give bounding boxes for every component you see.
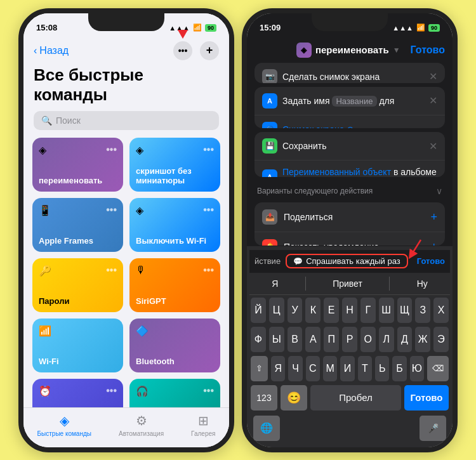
key-д[interactable]: Д	[397, 327, 413, 352]
shortcut-tile[interactable]: 🔑 ••• Пароли	[32, 258, 123, 312]
phone-1: 15:08 ▲▲▲ 📶 90 ‹ Назад •••	[18, 8, 234, 452]
more-icon[interactable]: •••	[203, 144, 214, 155]
tab-gallery[interactable]: ⊞ Галерея	[191, 413, 215, 437]
key-б[interactable]: Б	[392, 356, 406, 381]
emoji-key[interactable]: 😊	[281, 385, 307, 411]
more-icon[interactable]: •••	[203, 265, 214, 276]
key-з[interactable]: З	[415, 298, 430, 323]
key-ф[interactable]: Ф	[251, 327, 266, 352]
more-icon[interactable]: •••	[106, 204, 117, 216]
more-icon[interactable]: •••	[106, 385, 117, 397]
globe-key[interactable]: 🌐	[253, 416, 280, 441]
add-button[interactable]: +	[200, 41, 219, 60]
shortcut-tile-wifi[interactable]: 📶 Wi-Fi	[32, 319, 123, 372]
done-keyboard-button[interactable]: Готово	[404, 385, 449, 411]
tile-top: ◈ •••	[39, 144, 117, 156]
phones-container: 15:08 ▲▲▲ 📶 90 ‹ Назад •••	[12, 2, 464, 459]
tile-top: 🎧 •••	[136, 385, 214, 397]
key-ю[interactable]: Ю	[410, 356, 424, 381]
next-actions-header: Варианты следующего действия ∨	[255, 181, 445, 199]
tile-top: 📱 •••	[39, 204, 117, 216]
key-я[interactable]: Я	[271, 356, 285, 381]
tile-top: 🔷	[136, 325, 214, 337]
tile-label: скриншот без миниатюры	[136, 166, 214, 185]
close-icon[interactable]: ✕	[429, 70, 437, 82]
action-text-save: Сохранить	[282, 141, 424, 151]
shortcut-tile-bluetooth[interactable]: 🔷 Bluetooth	[129, 319, 220, 372]
next-action-share[interactable]: 📤 Поделиться +	[255, 202, 445, 232]
add-share-button[interactable]: +	[430, 211, 437, 224]
tab-automation[interactable]: ⚙ Автоматизация	[119, 413, 164, 437]
mic-key[interactable]: 🎤	[420, 416, 446, 441]
key-т[interactable]: Т	[358, 356, 372, 381]
word-suggest-2[interactable]: Привет	[325, 277, 370, 291]
shortcut-tile[interactable]: ◈ ••• Выключить Wi-Fi	[129, 198, 220, 252]
chevron-left-icon: ‹	[34, 45, 37, 56]
back-button[interactable]: ‹ Назад	[34, 45, 69, 56]
more-icon[interactable]: •••	[203, 204, 214, 216]
key-р[interactable]: Р	[342, 327, 357, 352]
more-icon[interactable]: •••	[203, 385, 214, 397]
key-щ[interactable]: Щ	[397, 298, 413, 323]
tile-top: ◈ •••	[136, 144, 214, 156]
key-л[interactable]: Л	[379, 327, 394, 352]
kb-row-1: Й Ц У К Е Н Г Ш Щ З Х	[251, 298, 449, 323]
key-м[interactable]: М	[323, 356, 337, 381]
key-к[interactable]: К	[305, 298, 321, 323]
shortcut-tile[interactable]: 🎙 ••• SiriGPT	[129, 258, 220, 312]
key-ш[interactable]: Ш	[379, 298, 394, 323]
key-е[interactable]: Е	[324, 298, 339, 323]
keyboard-container: йствие 💬 Спрашивать каждый раз	[247, 246, 453, 447]
tile-icon: 🔑	[39, 265, 51, 277]
key-в[interactable]: В	[288, 327, 303, 352]
shortcuts-tab-icon: ◈	[60, 413, 69, 428]
more-icon[interactable]: •••	[106, 144, 117, 155]
key-а[interactable]: А	[305, 327, 321, 352]
done-button-header[interactable]: Готово	[411, 44, 445, 56]
battery-icon-2: 90	[428, 24, 440, 32]
key-с[interactable]: С	[306, 356, 320, 381]
tile-icon: ⏰	[39, 385, 51, 397]
word-suggest-1[interactable]: Я	[264, 277, 286, 291]
shortcut-tile[interactable]: 🎧 ••• AirPods	[129, 379, 220, 407]
key-и[interactable]: И	[340, 356, 354, 381]
key-ч[interactable]: Ч	[288, 356, 302, 381]
key-н[interactable]: Н	[342, 298, 357, 323]
key-г[interactable]: Г	[360, 298, 376, 323]
key-ц[interactable]: Ц	[269, 298, 284, 323]
key-й[interactable]: Й	[251, 298, 266, 323]
key-п[interactable]: П	[324, 327, 339, 352]
key-э[interactable]: Э	[433, 327, 449, 352]
tile-icon: ◈	[39, 144, 46, 156]
more-button[interactable]: •••	[173, 41, 192, 60]
close-icon[interactable]: ✕	[429, 140, 437, 152]
numbers-key[interactable]: 123	[251, 385, 277, 411]
key-о[interactable]: О	[360, 327, 376, 352]
key-х[interactable]: Х	[433, 298, 449, 323]
shortcut-name-area[interactable]: ◈ переименовать ▼	[296, 43, 400, 58]
space-key[interactable]: Пробел	[310, 385, 401, 411]
key-ж[interactable]: Ж	[415, 327, 430, 352]
word-suggest-3[interactable]: Ну	[409, 277, 435, 291]
key-ы[interactable]: Ы	[269, 327, 284, 352]
shortcut-tile[interactable]: ◈ ••• переименовать	[32, 138, 123, 192]
chevron-icon[interactable]: ∨	[436, 186, 442, 196]
tile-top: ◈ •••	[136, 204, 214, 216]
shift-key[interactable]: ⇧	[251, 356, 268, 381]
nav-bar-1: ‹ Назад ••• +	[23, 39, 229, 65]
shortcut-tile[interactable]: 📱 ••• Apple Frames	[32, 198, 123, 252]
shortcut-tile[interactable]: ⏰ ••• 7:00	[32, 379, 123, 407]
key-у[interactable]: У	[288, 298, 303, 323]
more-icon[interactable]: •••	[106, 265, 117, 276]
key-ь[interactable]: Ь	[375, 356, 389, 381]
search-bar[interactable]: 🔍 Поиск	[34, 111, 219, 130]
action-row-renamed: A Переименованный объект в альбоме Недав…	[255, 161, 445, 177]
back-label: Назад	[39, 45, 69, 56]
ask-each-time-button[interactable]: 💬 Спрашивать каждый раз	[286, 254, 408, 268]
tab-shortcuts[interactable]: ◈ Быстрые команды	[37, 413, 91, 437]
close-icon[interactable]: ✕	[429, 95, 437, 107]
shortcut-tile[interactable]: ◈ ••• скриншот без миниатюры	[129, 138, 220, 192]
delete-key[interactable]: ⌫	[427, 356, 449, 381]
action-block-save: 💾 Сохранить ✕ A Переименованный объект в…	[255, 132, 445, 177]
add-notification-button[interactable]: +	[430, 240, 437, 246]
